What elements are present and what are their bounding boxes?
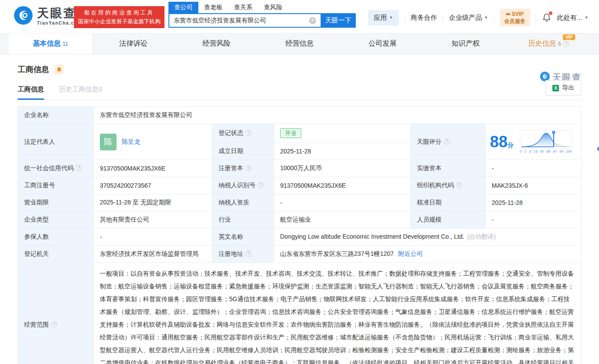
help-icon[interactable]	[258, 182, 264, 188]
crown-icon	[506, 11, 511, 18]
search-button[interactable]: 天眼一下	[321, 13, 356, 28]
taxpayer-id-value: 91370500MAK235JX6E	[274, 177, 411, 194]
search-tab-company[interactable]: 查公司	[168, 2, 198, 13]
score-unit: 分	[508, 142, 514, 149]
tab-operation-risk[interactable]: 经营风险	[175, 33, 258, 54]
help-icon[interactable]	[245, 251, 252, 257]
divider	[536, 15, 536, 21]
org-code-value: MAK235JX-6	[486, 177, 581, 194]
chevron-down-icon: ▼	[389, 15, 393, 20]
tab-count: 6	[558, 41, 561, 47]
search-area: 查公司 查老板 查关系 查风险 天眼一下	[168, 2, 356, 28]
company-nav-tabs: 基本信息 11 法律诉讼 经营风险 经营信息 公司发展 知识产权 VIP 历史信…	[0, 33, 599, 55]
help-icon[interactable]	[563, 41, 569, 47]
notification-bell-icon[interactable]	[542, 13, 552, 22]
reg-status-label: 登记状态	[212, 124, 274, 143]
reg-capital-label: 注册资本	[212, 160, 274, 177]
taxpayer-quality-value: -	[274, 194, 411, 211]
tab-company-development[interactable]: 公司发展	[341, 33, 424, 54]
help-icon[interactable]	[444, 138, 450, 145]
legal-rep-value: 陈 陈呈龙	[94, 124, 212, 160]
credit-code-label: 统一社会信用代码	[18, 160, 94, 177]
user-account-menu[interactable]: 此处有... ▼	[557, 14, 588, 22]
user-account-label: 此处有...	[557, 14, 583, 22]
divider	[494, 15, 494, 21]
search-input[interactable]	[168, 13, 321, 28]
table-row: 参保人数 - 英文名称 Dongying Low altitude Econom…	[18, 229, 581, 246]
taxpayer-id-label: 纳税人识别号	[212, 177, 274, 194]
search-tab-boss[interactable]: 查老板	[198, 2, 228, 13]
top-header: 天眼查 TianYanCha.com 都在用的商业查询工具 国家中小企业发展子基…	[0, 0, 599, 33]
help-icon[interactable]	[456, 182, 462, 188]
svip-line2: 会员服务	[504, 18, 526, 25]
avatar[interactable]: 陈	[100, 134, 117, 150]
tab-label: 知识产权	[452, 39, 480, 48]
section-title: 工商信息	[18, 64, 49, 75]
slogan-line1: 都在用的商业查询工具	[76, 8, 163, 17]
business-term-label: 营业期限	[18, 194, 94, 211]
tab-label: 法律诉讼	[119, 39, 147, 48]
help-icon[interactable]	[51, 321, 57, 328]
business-cooperation-link[interactable]: 商务合作	[411, 14, 437, 22]
help-icon[interactable]	[76, 165, 82, 171]
credit-code-value: 91370500MAK235JX6E	[94, 160, 212, 177]
reg-authority-label: 登记机关	[18, 246, 94, 263]
reg-number-label: 工商注册号	[18, 177, 94, 194]
tab-basic-info[interactable]: 基本信息 11	[9, 33, 92, 54]
legal-rep-link[interactable]: 陈呈龙	[122, 138, 140, 146]
approval-date-label: 核准日期	[411, 194, 486, 211]
tab-label: 公司发展	[369, 39, 397, 48]
address-label: 注册地址	[212, 246, 274, 263]
company-name-value: 东营市低空经济投资发展有限公司	[94, 107, 581, 124]
org-code-label: 组织机构代码	[411, 177, 486, 194]
industry-value: 航空运输业	[274, 211, 411, 229]
divider	[405, 15, 405, 21]
reg-authority-value: 东营经济技术开发区市场监督管理局	[94, 246, 212, 263]
brand-slogan: 都在用的商业查询工具 国家中小企业发展子基金旗下机构	[74, 6, 164, 28]
score-label: 天眼评分	[411, 124, 486, 160]
tab-legal-proceedings[interactable]: 法律诉讼	[92, 33, 175, 54]
chevron-down-icon: ▼	[584, 15, 588, 20]
score-axis-labels: 0131550859799100	[520, 149, 572, 153]
subtab-business-info[interactable]: 工商信息	[18, 85, 44, 100]
export-button[interactable]: 导出	[545, 80, 581, 96]
svip-line1: SVIP	[511, 11, 523, 17]
paid-capital-label: 实缴资本	[411, 160, 486, 177]
svip-member-badge[interactable]: SVIP 会员服务	[500, 9, 530, 26]
enterprise-products-label: 企业级产品	[449, 14, 482, 22]
table-row: 工商注册号 370524200273567 纳税人识别号 91370500MAK…	[18, 177, 581, 194]
tab-history-info[interactable]: VIP 历史信息 6	[507, 33, 590, 54]
search-tab-relation[interactable]: 查关系	[228, 2, 258, 13]
clear-icon[interactable]	[309, 17, 316, 24]
nearby-companies-link[interactable]: 附近公司	[398, 250, 423, 257]
company-type-value: 其他有限责任公司	[94, 211, 212, 229]
vip-badge: VIP	[563, 34, 575, 40]
table-row: 企业类型 其他有限责任公司 行业 航空运输业 人员规模 -	[18, 211, 581, 229]
paid-capital-value: -	[486, 160, 581, 177]
tab-label: 经营风险	[202, 39, 230, 48]
score-value: 88分	[486, 124, 581, 160]
slogan-line2: 国家中小企业发展子基金旗下机构	[76, 17, 163, 26]
status-badge: 开业	[280, 128, 301, 138]
score-curve-blue	[521, 133, 570, 147]
help-icon[interactable]	[245, 130, 252, 136]
help-icon[interactable]	[245, 165, 252, 171]
search-tabs: 查公司 查老板 查关系 查风险	[168, 2, 356, 13]
tab-intellectual-property[interactable]: 知识产权	[424, 33, 507, 54]
excel-icon	[552, 85, 559, 91]
reg-status-value: 开业	[274, 124, 411, 143]
tab-count: 11	[62, 41, 68, 47]
header-nav: 应用 ▼ 商务合作 企业级产品 ▼ SVIP 会员服务 此处有... ▼	[368, 9, 588, 26]
apps-menu[interactable]: 应用 ▼	[368, 10, 399, 25]
monitor-bell-icon[interactable]	[54, 64, 64, 75]
search-tab-risk[interactable]: 查风险	[258, 2, 288, 13]
side-widget-dot[interactable]	[597, 147, 599, 151]
tab-operation-info[interactable]: 经营信息	[258, 33, 341, 54]
staff-size-label: 人员规模	[411, 211, 486, 229]
industry-label: 行业	[212, 211, 274, 229]
subtab-history-business-info[interactable]: 历史工商信息0	[59, 85, 102, 100]
enterprise-products-menu[interactable]: 企业级产品 ▼	[449, 14, 488, 22]
tianyancha-logo[interactable]: 天眼查 TianYanCha.com	[13, 5, 82, 27]
business-scope-value: 一般项目：以自有资金从事投资活动；技术服务、技术开发、技术咨询、技术交流、技术转…	[94, 263, 581, 364]
approval-date-value: 2025-11-28	[486, 194, 581, 211]
